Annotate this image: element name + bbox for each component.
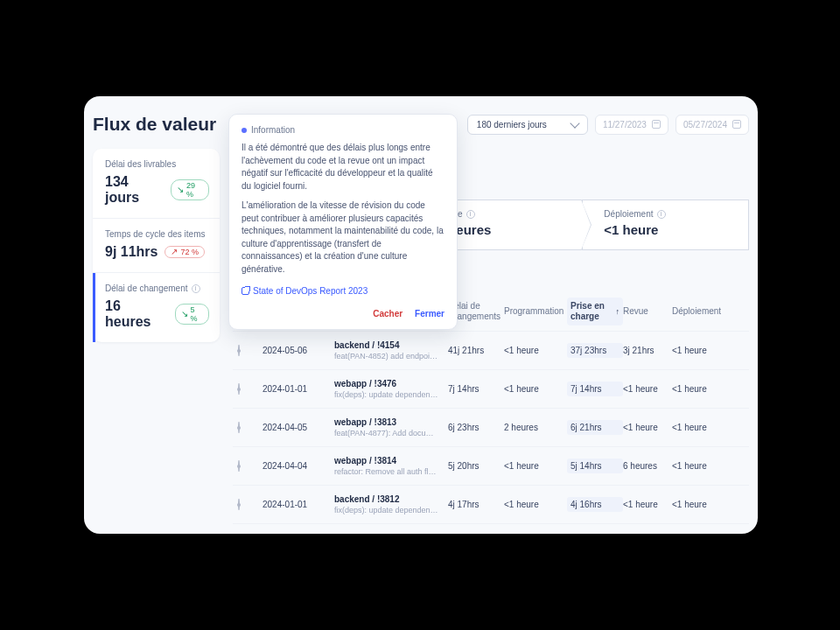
- cell-delay: 7j 14hrs: [448, 384, 504, 394]
- metric-value: 9j 11hrs: [105, 244, 158, 260]
- table-row: 2024-01-09webapp / !3489feat(PAN-4512): …: [233, 523, 749, 525]
- trend-badge: ↘ 5 %: [175, 304, 209, 325]
- popover-hide-button[interactable]: Cacher: [373, 309, 402, 318]
- cell-date: 2024-04-04: [262, 461, 334, 471]
- cell-code-review[interactable]: backend / !4154feat(PAN-4852) add endpoi…: [334, 340, 448, 360]
- cell-delay: 6j 23hrs: [448, 423, 504, 432]
- range-select[interactable]: 180 derniers jours: [467, 115, 588, 135]
- metric-cycle-time[interactable]: Temps de cycle des items 9j 11hrs ↗ 72 %: [93, 219, 220, 273]
- cell-deploy: <1 heure: [672, 384, 733, 394]
- table-row: 2024-04-04webapp / !3814refactor: Remove…: [233, 446, 749, 485]
- cell-pickup: 37j 23hrs: [567, 343, 623, 358]
- calendar-icon: [732, 120, 741, 129]
- chevron-down-icon: [570, 118, 579, 128]
- view-icon[interactable]: [238, 383, 240, 395]
- table-row: 2024-04-05webapp / !3813feat(PAN-4877): …: [233, 408, 749, 446]
- cell-deploy: <1 heure: [672, 500, 733, 509]
- arrow-down-icon: ↘: [177, 186, 184, 194]
- date-start-value: 11/27/2023: [603, 120, 647, 130]
- arrow-up-icon: ↗: [171, 248, 178, 256]
- info-icon[interactable]: i: [466, 210, 475, 219]
- date-start[interactable]: 11/27/2023: [595, 115, 668, 135]
- metric-deliverable-delay[interactable]: Délai des livrables 134 jours ↘ 29 %: [93, 149, 220, 219]
- cell-review: <1 heure: [623, 423, 672, 432]
- cell-code-review[interactable]: backend / !3812fix(deps): update depende…: [334, 494, 448, 514]
- table-row: 2024-01-01webapp / !3476fix(deps): updat…: [233, 369, 749, 408]
- cell-date: 2024-01-01: [262, 384, 334, 394]
- view-icon[interactable]: [238, 499, 240, 510]
- view-icon[interactable]: [238, 345, 240, 356]
- info-icon[interactable]: i: [657, 210, 666, 219]
- date-end[interactable]: 05/27/2024: [676, 115, 749, 135]
- popover-actions: Cacher Fermer: [242, 309, 444, 318]
- cell-prog: <1 heure: [504, 461, 567, 471]
- bullet-icon: [242, 128, 247, 133]
- external-link-icon: [242, 287, 249, 295]
- col-deploy[interactable]: Déploiement: [672, 306, 733, 317]
- cell-pickup: 6j 21hrs: [567, 420, 623, 435]
- col-review[interactable]: Revue: [623, 306, 672, 317]
- cell-deploy: <1 heure: [672, 346, 733, 355]
- arrow-down-icon: ↘: [181, 310, 188, 318]
- table-row: 2024-01-01backend / !3812fix(deps): upda…: [233, 485, 749, 523]
- cell-pickup: 7j 14hrs: [567, 382, 623, 396]
- cell-delay: 41j 21hrs: [448, 346, 504, 355]
- metric-label: Délai des livrables: [105, 159, 209, 169]
- cell-prog: <1 heure: [504, 346, 567, 355]
- range-label: 180 derniers jours: [477, 120, 547, 130]
- trend-badge: ↘ 29 %: [171, 179, 209, 200]
- page-title: Flux de valeur: [93, 114, 216, 135]
- table-row: 2024-05-06backend / !4154feat(PAN-4852) …: [233, 331, 749, 369]
- col-pickup-sorted[interactable]: Prise en charge ↑: [567, 298, 623, 326]
- cell-delay: 5j 20hrs: [448, 461, 504, 471]
- cell-code-review[interactable]: webapp / !3814refactor: Remove all auth …: [334, 456, 448, 476]
- info-popover: Information Il a été démontré que des dé…: [228, 114, 458, 330]
- cell-date: 2024-04-05: [262, 423, 334, 432]
- date-end-value: 05/27/2024: [683, 120, 727, 130]
- info-icon[interactable]: i: [192, 284, 200, 293]
- app-window: Flux de valeur 180 derniers jours 11/27/…: [84, 96, 758, 534]
- cell-delay: 4j 17hrs: [448, 500, 504, 509]
- cell-date: 2024-05-06: [262, 346, 334, 355]
- metric-value: 16 heures: [105, 298, 168, 330]
- cell-review: <1 heure: [623, 384, 672, 394]
- trend-badge: ↗ 72 %: [164, 246, 205, 258]
- popover-report-link[interactable]: State of DevOps Report 2023: [242, 286, 368, 296]
- cell-deploy: <1 heure: [672, 461, 733, 471]
- header-controls: 180 derniers jours 11/27/2023 05/27/2024: [467, 115, 749, 135]
- cell-prog: 2 heures: [504, 423, 567, 432]
- metric-label: Délai de changement i: [105, 284, 209, 293]
- table-body: 2024-05-06backend / !4154feat(PAN-4852) …: [233, 331, 749, 525]
- popover-header: Information: [242, 125, 444, 135]
- cell-pickup: 4j 16hrs: [567, 497, 623, 512]
- cell-code-review[interactable]: webapp / !3476fix(deps): update dependen…: [334, 379, 448, 399]
- metric-label: Temps de cycle des items: [105, 229, 209, 239]
- stage-value: <1 heure: [604, 222, 736, 237]
- view-icon[interactable]: [238, 460, 240, 472]
- popover-body: Il a été démontré que des délais plus lo…: [242, 142, 444, 276]
- metric-change-delay[interactable]: Délai de changement i 16 heures ↘ 5 %: [93, 273, 220, 342]
- popover-close-button[interactable]: Fermer: [415, 309, 444, 318]
- cell-review: 3j 21hrs: [623, 346, 672, 355]
- cell-deploy: <1 heure: [672, 423, 733, 432]
- cell-prog: <1 heure: [504, 384, 567, 394]
- cell-prog: <1 heure: [504, 500, 567, 509]
- metrics-sidebar: Délai des livrables 134 jours ↘ 29 % Tem…: [93, 149, 220, 342]
- view-icon[interactable]: [238, 422, 240, 433]
- cell-code-review[interactable]: webapp / !3813feat(PAN-4877): Add docume…: [334, 417, 448, 438]
- cell-review: 6 heures: [623, 461, 672, 471]
- metric-value: 134 jours: [105, 174, 164, 206]
- cell-date: 2024-01-01: [262, 500, 334, 509]
- calendar-icon: [652, 120, 661, 129]
- col-programming[interactable]: Programmation: [504, 306, 567, 317]
- sort-asc-icon: ↑: [616, 307, 620, 317]
- cell-review: <1 heure: [623, 500, 672, 509]
- cell-pickup: 5j 14hrs: [567, 458, 623, 473]
- stage-deploy[interactable]: Déploiementi <1 heure: [582, 200, 749, 250]
